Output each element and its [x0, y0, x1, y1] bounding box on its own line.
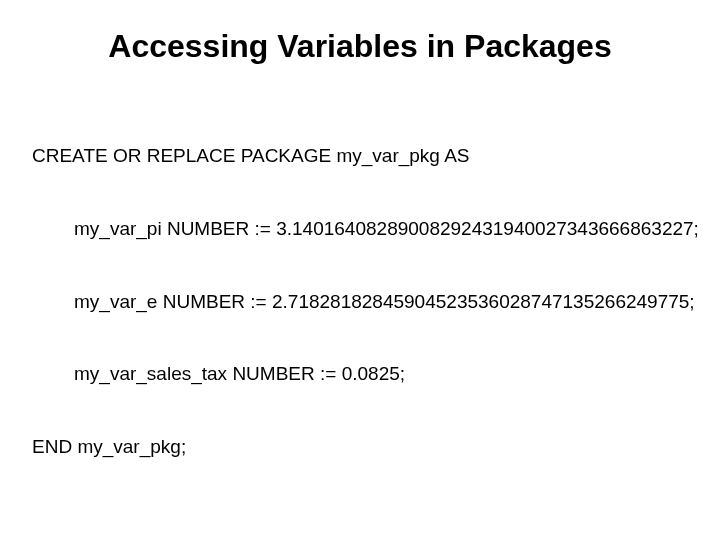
code-line: my_var_e NUMBER := 2.7182818284590452353…: [32, 290, 688, 314]
code-block-procedure: CREATE OR REPLACE PROCEDURE circle_area(…: [32, 528, 688, 540]
slide-title: Accessing Variables in Packages: [32, 28, 688, 65]
spacer: [32, 508, 688, 528]
code-block-package: CREATE OR REPLACE PACKAGE my_var_pkg AS …: [32, 95, 688, 508]
code-line: my_var_pi NUMBER := 3.140164082890082924…: [32, 217, 688, 241]
slide: Accessing Variables in Packages CREATE O…: [0, 0, 720, 540]
code-line: END my_var_pkg;: [32, 435, 688, 459]
code-line: CREATE OR REPLACE PACKAGE my_var_pkg AS: [32, 144, 688, 168]
code-line: my_var_sales_tax NUMBER := 0.0825;: [32, 362, 688, 386]
